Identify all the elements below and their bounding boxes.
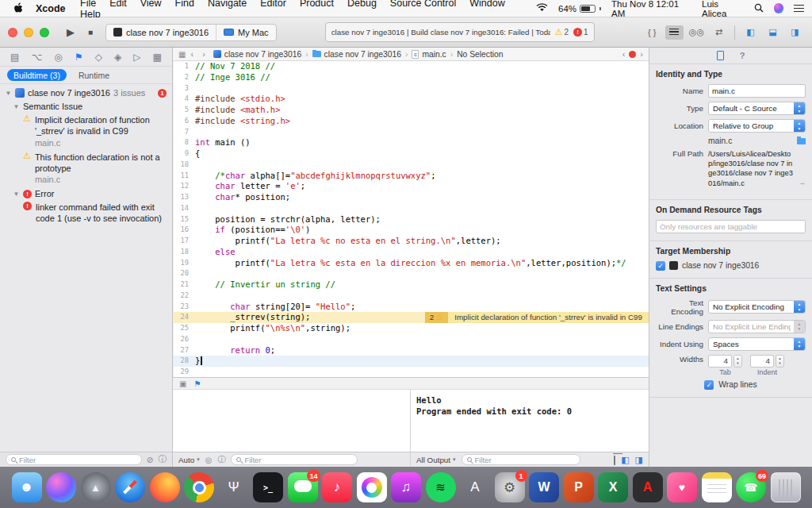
tab-runtime[interactable]: Runtime [72, 69, 116, 81]
variables-filter-field[interactable]: Filter [231, 454, 358, 465]
indent-using-dropdown[interactable]: Spaces▴▾ [708, 337, 806, 351]
indent-width-stepper[interactable]: 4▴▾ [750, 355, 784, 368]
code-line[interactable]: 9{ [174, 148, 649, 160]
dock-safari[interactable] [114, 471, 146, 503]
dock-spotify[interactable]: ≋ [425, 471, 457, 503]
code-line[interactable]: 24 _strrev(string);2⚠Implicit declaratio… [174, 312, 649, 323]
folder-icon[interactable] [797, 138, 806, 144]
test-navigator-icon[interactable]: ◇ [95, 52, 102, 63]
code-braces-icon[interactable]: { } [643, 25, 661, 40]
dock-messages[interactable]: 14 [287, 471, 319, 503]
menu-editor[interactable]: Editor [254, 0, 293, 9]
code-line[interactable]: 12 char letter = 'e'; [174, 181, 649, 192]
dock-excel[interactable]: X [597, 471, 629, 503]
source-control-navigator-icon[interactable]: ⌥ [31, 52, 42, 63]
minimize-window-button[interactable] [24, 28, 33, 37]
type-dropdown[interactable]: Default - C Source▴▾ [708, 102, 806, 115]
code-line[interactable]: 19 printf("La letra %c esta en la direcc… [174, 258, 649, 269]
assistant-editor-button[interactable]: ◎◎ [688, 25, 706, 40]
standard-editor-button[interactable] [665, 25, 684, 40]
menu-clock[interactable]: Thu Nov 8 12:01 AM [611, 0, 691, 18]
dock-launchpad[interactable]: ▲ [80, 471, 112, 503]
dock-music[interactable]: ♪ [321, 471, 353, 503]
spotlight-icon[interactable] [754, 3, 764, 14]
debug-navigator-icon[interactable]: ◈ [114, 52, 121, 63]
variables-scope-dropdown[interactable]: Auto▾ [178, 456, 200, 464]
menu-navigate[interactable]: Navigate [201, 0, 253, 9]
issue-navigator-icon[interactable]: ⚑ [75, 52, 83, 63]
breadcrumb-item[interactable]: cmain.c [412, 50, 446, 59]
issue-item[interactable]: ⚠This function declaration is not a prot… [0, 150, 172, 187]
disclosure-triangle-icon[interactable]: ▼ [5, 90, 12, 97]
code-line[interactable]: 6#include <string.h> [174, 116, 649, 127]
disclosure-triangle-icon[interactable]: ▼ [13, 190, 20, 198]
menu-source-control[interactable]: Source Control [383, 0, 462, 9]
symbol-navigator-icon[interactable]: ◎ [54, 52, 62, 63]
version-editor-button[interactable]: ⇄ [710, 25, 728, 40]
debug-layout-icon[interactable]: ▣ [179, 379, 186, 388]
odr-tags-field[interactable] [656, 220, 806, 233]
menu-xcode[interactable]: Xcode [31, 3, 71, 14]
related-items-icon[interactable]: ▦ [178, 50, 186, 59]
issue-group[interactable]: ▼!Error [0, 187, 172, 200]
breadcrumb-item[interactable]: No Selection [457, 50, 503, 59]
code-line[interactable]: 17 printf("La letra %c no esta en el str… [174, 236, 649, 247]
disclosure-triangle-icon[interactable]: ▼ [13, 103, 20, 110]
console-scope-dropdown[interactable]: All Output▾ [416, 456, 456, 464]
stop-button[interactable]: ■ [84, 28, 97, 37]
code-line[interactable]: 2// Inge 3016 // [174, 72, 649, 83]
code-line[interactable]: 23 char string[20]= "Hello"; [174, 302, 649, 313]
code-line[interactable]: 15 position = strchr(alpha, letter); [174, 214, 649, 225]
breakpoint-navigator-icon[interactable]: ▷ [133, 52, 140, 63]
previous-issue-button[interactable]: ‹ [622, 49, 626, 59]
code-line[interactable]: 14 [174, 203, 649, 214]
wifi-icon[interactable] [536, 3, 548, 13]
code-line[interactable]: 26 [174, 334, 649, 345]
code-line[interactable]: 22 [174, 291, 649, 302]
quick-help-tab[interactable]: ? [740, 51, 745, 60]
dock-powerpoint[interactable]: P [563, 471, 595, 503]
destination-button[interactable]: My Mac [216, 25, 276, 40]
code-line[interactable]: 13 char* position; [174, 192, 649, 203]
file-inspector-tab[interactable] [717, 51, 724, 60]
show-console-view-button[interactable]: ◨ [635, 455, 643, 465]
dock-siri[interactable] [45, 471, 77, 503]
back-forward-buttons[interactable]: ‹ › [190, 49, 208, 59]
issue-item[interactable]: ⚠Implicit declaration of function '_strr… [0, 113, 172, 150]
dock-trash[interactable] [770, 471, 802, 503]
code-line[interactable]: 18 else [174, 247, 649, 258]
dock-school-app[interactable]: Ψ [218, 471, 250, 503]
notification-center-icon[interactable] [794, 5, 804, 12]
tab-width-stepper[interactable]: 4▴▾ [708, 355, 742, 368]
code-line[interactable]: 3 [174, 83, 649, 94]
breadcrumb-item[interactable]: clase nov 7 inge3016 [312, 50, 401, 59]
console-output[interactable]: HelloProgram ended with exit code: 0 [411, 390, 649, 452]
battery-status[interactable]: 64% [558, 4, 601, 13]
breakpoints-flag-icon[interactable]: ⚑ [193, 379, 201, 388]
error-count-badge[interactable]: !1 [573, 28, 588, 37]
console-filter-field[interactable]: Filter [462, 454, 580, 465]
dock-app-store[interactable]: A [459, 471, 491, 503]
scheme-button[interactable]: clase nov 7 inge3016 [106, 25, 216, 40]
dock-firefox[interactable] [149, 471, 181, 503]
warning-count-badge[interactable]: ⚠2 [555, 28, 569, 37]
run-button[interactable]: ▶ [63, 26, 79, 38]
dock-pink-app[interactable]: ♥ [666, 471, 698, 503]
code-line[interactable]: 27 return 0; [174, 345, 649, 356]
show-errors-only-button[interactable]: ⊘ [147, 455, 154, 464]
toggle-inspector-button[interactable]: ◨ [786, 25, 804, 40]
line-endings-dropdown[interactable]: No Explicit Line Endings▴▾ [708, 320, 806, 333]
show-info-button[interactable]: ⓘ [159, 454, 167, 465]
code-line[interactable]: 20 [174, 268, 649, 279]
flag-filter-icon[interactable]: ◎ [205, 456, 213, 464]
menu-file[interactable]: File [74, 0, 103, 9]
code-line[interactable]: 16 if (position=='\0') [174, 225, 649, 236]
clear-console-button[interactable] [614, 456, 615, 464]
stepper-arrows-icon[interactable]: ▴▾ [733, 355, 742, 368]
inline-issue-annotation[interactable]: 2⚠Implicit declaration of function '_str… [425, 312, 649, 323]
code-line[interactable]: 21 // Invertir un string // [174, 279, 649, 291]
dock-finder[interactable]: ☻ [11, 471, 43, 503]
apple-menu-icon[interactable] [8, 2, 28, 14]
menu-view[interactable]: View [133, 0, 168, 9]
wrap-lines-checkbox[interactable]: ✓ [704, 380, 714, 390]
